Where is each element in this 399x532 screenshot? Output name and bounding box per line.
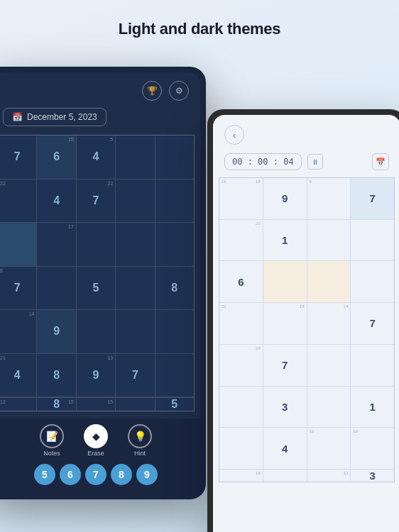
- dark-cell-25[interactable]: 214: [0, 354, 36, 397]
- dark-cell-26[interactable]: 8: [37, 354, 75, 397]
- footer-icons: 📝 Notes ◆ Erase 💡 Hint: [0, 424, 200, 457]
- notes-btn[interactable]: 📝 Notes: [40, 424, 64, 457]
- dark-cell-36[interactable]: 158: [37, 398, 75, 411]
- num-9[interactable]: 9: [136, 464, 158, 485]
- light-cell-14[interactable]: 14: [307, 303, 351, 344]
- light-cell-9[interactable]: [263, 261, 307, 302]
- dark-cell-3[interactable]: [116, 135, 154, 179]
- dark-cell-2[interactable]: 54: [77, 135, 115, 179]
- light-cell-17[interactable]: 7: [263, 345, 307, 386]
- light-cell-2[interactable]: 9: [307, 178, 351, 219]
- light-cell-4[interactable]: 22: [219, 220, 263, 261]
- trophy-icon[interactable]: 🏆: [142, 81, 162, 101]
- light-tablet: ‹ 00 : 00 : 04 ⏸ 📅 161699722162118147207…: [207, 109, 399, 532]
- dark-cell-21[interactable]: 9: [37, 310, 75, 353]
- dark-cell-7[interactable]: 227: [77, 179, 115, 223]
- hint-btn[interactable]: 💡 Hint: [128, 424, 152, 457]
- dark-cell-9[interactable]: [155, 179, 194, 223]
- dark-cell-1[interactable]: 156: [37, 135, 75, 179]
- erase-btn[interactable]: ◆ Erase: [84, 424, 108, 457]
- light-cell-3[interactable]: 7: [351, 178, 394, 219]
- dark-sudoku-grid[interactable]: 71565422422717875814921481397312158155: [0, 135, 195, 411]
- light-cell-18[interactable]: [307, 345, 351, 386]
- notes-icon-btn[interactable]: 📝: [40, 424, 64, 448]
- page-title: Light and dark themes: [0, 0, 399, 52]
- dark-cell-20[interactable]: 14: [0, 310, 36, 353]
- light-sudoku-grid[interactable]: 161699722162118147207314191916133: [219, 177, 395, 482]
- light-cell-6[interactable]: [307, 220, 351, 261]
- light-cell-28[interactable]: 16: [219, 470, 263, 482]
- dark-cell-14[interactable]: [155, 223, 194, 266]
- light-cell-19[interactable]: [351, 345, 394, 386]
- dark-cell-23[interactable]: [116, 310, 154, 353]
- dark-cell-10[interactable]: [0, 223, 36, 266]
- light-cell-23[interactable]: 1: [351, 387, 394, 428]
- erase-label: Erase: [87, 450, 104, 457]
- light-cell-29[interactable]: [263, 470, 307, 482]
- calendar-icon: 📅: [12, 112, 23, 122]
- light-cell-22[interactable]: [307, 387, 351, 428]
- num-5[interactable]: 5: [34, 464, 55, 485]
- settings-icon[interactable]: ⚙: [169, 81, 189, 101]
- num-6[interactable]: 6: [60, 464, 81, 485]
- light-cell-26[interactable]: 19: [307, 428, 351, 469]
- dark-cell-24[interactable]: [155, 310, 194, 353]
- date-badge[interactable]: 📅 December 5, 2023: [3, 108, 106, 126]
- dark-cell-27[interactable]: 139: [77, 354, 115, 397]
- dark-cell-15[interactable]: 87: [0, 267, 36, 310]
- dark-tablet: 🏆 ⚙ 📅 December 5, 2023 71565422422717875…: [0, 67, 206, 499]
- dark-cell-11[interactable]: 17: [37, 223, 75, 266]
- dark-cell-19[interactable]: 8: [155, 267, 194, 310]
- light-cell-30[interactable]: 13: [307, 470, 351, 482]
- light-cell-1[interactable]: 9: [263, 178, 307, 219]
- light-cell-11[interactable]: [351, 261, 394, 302]
- light-cell-10[interactable]: [307, 261, 351, 302]
- timer-display: 00 : 00 : 04: [224, 153, 302, 170]
- notes-label: Notes: [43, 450, 60, 457]
- calendar-button[interactable]: 📅: [372, 153, 389, 170]
- dark-cell-22[interactable]: [77, 310, 115, 353]
- erase-icon-btn[interactable]: ◆: [84, 424, 108, 448]
- dark-cell-5[interactable]: 22: [0, 179, 36, 223]
- dark-cell-39[interactable]: 5: [155, 398, 194, 411]
- dark-cell-17[interactable]: 5: [77, 267, 115, 310]
- light-cell-16[interactable]: 20: [219, 345, 263, 386]
- light-cell-13[interactable]: 18: [263, 303, 307, 344]
- dark-cell-38[interactable]: [116, 398, 154, 411]
- light-cell-8[interactable]: 6: [219, 261, 263, 302]
- light-cell-27[interactable]: 19: [351, 428, 394, 469]
- date-text: December 5, 2023: [27, 112, 97, 122]
- dark-cell-8[interactable]: [116, 179, 154, 223]
- dark-cell-16[interactable]: [37, 267, 75, 310]
- dark-cell-28[interactable]: 7: [116, 354, 154, 397]
- light-header: ‹: [213, 115, 399, 150]
- dark-footer: 📝 Notes ◆ Erase 💡 Hint 5 6 7: [0, 419, 200, 494]
- dark-cell-12[interactable]: [77, 223, 115, 266]
- light-cell-15[interactable]: 7: [351, 303, 394, 344]
- light-cell-7[interactable]: [351, 220, 394, 261]
- num-8[interactable]: 8: [111, 464, 132, 485]
- dark-cell-37[interactable]: 15: [77, 398, 115, 411]
- hint-label: Hint: [134, 450, 146, 457]
- dark-cell-35[interactable]: 12: [0, 398, 36, 411]
- dark-cell-29[interactable]: [155, 354, 194, 397]
- light-cell-21[interactable]: 3: [263, 387, 307, 428]
- light-cell-25[interactable]: 4: [263, 428, 307, 469]
- dark-cell-18[interactable]: [116, 267, 154, 310]
- dark-cell-0[interactable]: 7: [0, 135, 36, 179]
- timer-row: 00 : 00 : 04 ⏸ 📅: [213, 150, 399, 176]
- light-cell-12[interactable]: 21: [219, 303, 263, 344]
- light-cell-31[interactable]: 3: [351, 470, 394, 482]
- light-cell-24[interactable]: [219, 428, 263, 469]
- light-cell-20[interactable]: [219, 387, 263, 428]
- num-7[interactable]: 7: [85, 464, 106, 485]
- pause-button[interactable]: ⏸: [307, 154, 323, 170]
- back-button[interactable]: ‹: [224, 125, 244, 145]
- hint-icon-btn[interactable]: 💡: [128, 424, 152, 448]
- light-cell-0[interactable]: 1616: [219, 178, 263, 219]
- dark-cell-6[interactable]: 4: [37, 179, 75, 223]
- dark-header: 🏆 ⚙: [0, 72, 200, 105]
- light-cell-5[interactable]: 1: [263, 220, 307, 261]
- dark-cell-13[interactable]: [116, 223, 154, 266]
- dark-cell-4[interactable]: [155, 135, 194, 179]
